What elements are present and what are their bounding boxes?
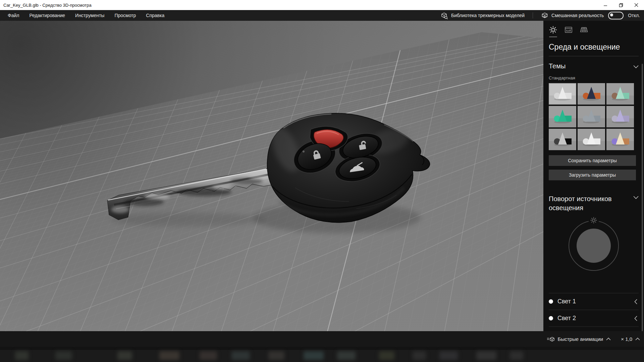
menu-tools[interactable]: Инструменты [70, 10, 109, 21]
theme-tile-2[interactable] [578, 83, 605, 105]
save-settings-button[interactable]: Сохранить параметры [549, 155, 636, 166]
light-rotation-dial[interactable] [569, 221, 619, 271]
menu-separator [533, 12, 533, 18]
chevron-down-icon[interactable] [633, 64, 639, 68]
light-2-label: Свет 2 [557, 315, 576, 322]
chevron-up-icon[interactable] [606, 338, 611, 341]
theme-tile-9[interactable] [606, 129, 634, 150]
animation-bar: Быстрые анимации × 1,0 [0, 331, 644, 347]
stats-icon [564, 25, 573, 34]
theme-tile-8[interactable] [578, 129, 605, 150]
tab-environment-lighting[interactable] [549, 25, 557, 37]
strip-thumbnail [337, 351, 356, 360]
strip-thumbnail [231, 351, 250, 360]
grid-icon [580, 25, 588, 34]
themes-subtitle: Стандартная [549, 75, 639, 80]
mixed-reality-group: Смешанная реальность Откл. [541, 12, 640, 19]
chevron-down-icon[interactable] [633, 194, 639, 199]
tab-grid-views[interactable] [580, 25, 588, 34]
blade-shadow [111, 213, 265, 226]
themes-label: Темы [549, 62, 566, 70]
mixed-reality-icon [541, 12, 548, 19]
3d-viewer-window: Car_Key_GLB.glb - Средство 3D-просмотра … [0, 0, 644, 362]
strip-thumbnail [510, 351, 523, 360]
animation-icon [547, 336, 555, 343]
model-library-label: Библиотека трехмерных моделей [451, 13, 525, 18]
light-2-row[interactable]: Свет 2 [549, 310, 639, 326]
light-1-color-swatch [549, 299, 553, 304]
theme-tile-7[interactable] [549, 129, 576, 150]
strip-thumbnail [268, 351, 284, 360]
mixed-reality-state: Откл. [628, 13, 640, 18]
strip-thumbnail [439, 351, 458, 360]
load-settings-button[interactable]: Загрузить параметры [549, 170, 636, 180]
bottom-strip [0, 347, 644, 362]
chevron-up-icon[interactable] [635, 338, 640, 341]
close-button[interactable] [629, 0, 644, 10]
strip-thumbnail [200, 351, 217, 360]
title-bar: Car_Key_GLB.glb - Средство 3D-просмотра [0, 0, 644, 10]
panel-divider [549, 56, 639, 56]
minimize-button[interactable] [598, 0, 613, 10]
theme-tile-5[interactable] [578, 106, 605, 127]
close-icon [634, 3, 638, 7]
strip-thumbnail [304, 351, 324, 360]
light-rotation-header[interactable]: Поворот источников освещения [549, 194, 639, 213]
toggle-knob [610, 13, 613, 16]
chevron-left-icon[interactable] [634, 299, 639, 304]
menu-file[interactable]: Файл [3, 10, 24, 21]
mixed-reality-label: Смешанная реальность [551, 13, 604, 18]
dial-sun-icon [589, 217, 599, 225]
dial-knob[interactable] [577, 229, 611, 263]
chevron-left-icon[interactable] [634, 316, 639, 321]
menu-help[interactable]: Справка [141, 10, 169, 21]
tab-stats-shading[interactable] [564, 25, 573, 34]
strip-thumbnail [117, 351, 132, 360]
menu-items: Файл Редактирование Инструменты Просмотр… [0, 10, 169, 21]
restore-button[interactable] [613, 0, 629, 10]
theme-tile-1[interactable] [549, 83, 576, 105]
themes-section-header[interactable]: Темы [549, 62, 639, 70]
playback-speed-value: × 1,0 [621, 336, 632, 342]
environment-panel: Среда и освещение Темы Стандартная Сохра… [543, 21, 644, 331]
menu-bar: Файл Редактирование Инструменты Просмотр… [0, 10, 644, 21]
restore-icon [619, 3, 623, 7]
light-2-color-swatch [549, 316, 553, 320]
panel-title: Среда и освещение [549, 43, 639, 52]
sun-icon [549, 25, 557, 34]
3d-scene [0, 21, 543, 331]
active-tab-indicator [549, 37, 557, 37]
3d-viewport[interactable] [0, 21, 543, 331]
strip-thumbnail [159, 351, 179, 360]
model-library-button[interactable]: Библиотека трехмерных моделей [440, 12, 525, 19]
animations-selector[interactable]: Быстрые анимации [547, 336, 611, 343]
panel-scrollbar[interactable] [642, 64, 643, 343]
light-1-row[interactable]: Свет 1 [549, 293, 639, 310]
strip-thumbnail [413, 351, 426, 360]
mixed-reality-toggle[interactable] [608, 12, 624, 19]
strip-thumbnail [55, 351, 72, 360]
menu-edit[interactable]: Редактирование [24, 10, 70, 21]
theme-grid [549, 83, 634, 150]
light-rotation-label: Поворот источников освещения [549, 194, 619, 213]
window-controls [598, 0, 644, 10]
theme-tile-4[interactable] [549, 106, 576, 127]
strip-thumbnail [476, 351, 496, 360]
strip-thumbnail [15, 351, 29, 360]
theme-tile-3[interactable] [606, 83, 634, 105]
panel-tabs [549, 25, 639, 37]
strip-thumbnail [379, 351, 394, 360]
playback-speed-selector[interactable]: × 1,0 [621, 336, 640, 342]
menu-view[interactable]: Просмотр [109, 10, 141, 21]
window-title: Car_Key_GLB.glb - Средство 3D-просмотра [0, 3, 598, 8]
theme-tile-6[interactable] [606, 106, 634, 127]
model-library-icon [440, 12, 448, 19]
minimize-icon [603, 3, 607, 7]
light-1-label: Свет 1 [557, 298, 576, 305]
animations-label: Быстрые анимации [558, 336, 603, 342]
